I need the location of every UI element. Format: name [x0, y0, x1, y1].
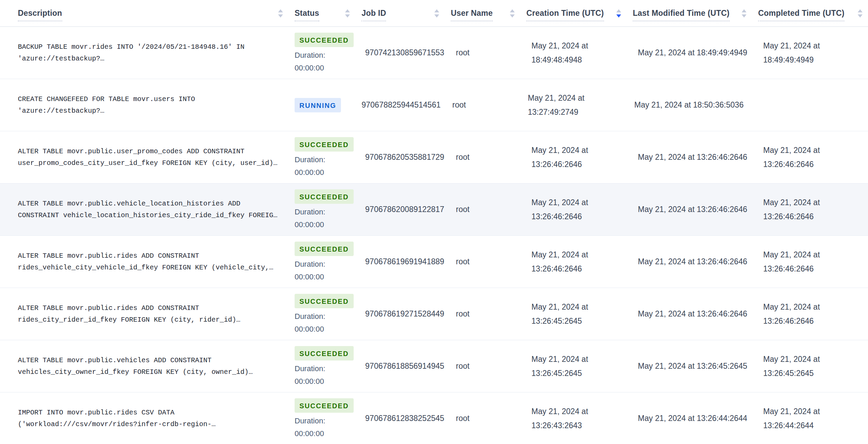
sort-descending-icon[interactable]: [278, 14, 283, 18]
job-description[interactable]: BACKUP TABLE movr.rides INTO '/2024/05/2…: [18, 41, 283, 65]
job-id-cell: 970678825944514561: [355, 79, 446, 131]
completed-time-cell: May 21, 2024 at 13:26:46:2646: [757, 131, 868, 183]
column-header[interactable]: Creation Time (UTC): [520, 0, 627, 26]
duration-block: Duration: 00:00:00: [295, 312, 325, 334]
creation-time-cell: May 21, 2024 at 13:26:45:2645: [525, 288, 632, 340]
sort-arrows-icon[interactable]: [510, 9, 515, 18]
job-description[interactable]: ALTER TABLE movr.public.rides ADD CONSTR…: [18, 302, 283, 326]
column-header-label[interactable]: Creation Time (UTC): [526, 9, 604, 22]
column-header-label[interactable]: Last Modified Time (UTC): [633, 9, 730, 22]
sort-ascending-icon[interactable]: [616, 9, 621, 12]
table-row[interactable]: ALTER TABLE movr.public.rides ADD CONSTR…: [0, 288, 868, 340]
sort-ascending-icon[interactable]: [742, 9, 746, 12]
duration-block: Duration: 00:00:00: [295, 51, 325, 73]
sort-ascending-icon[interactable]: [434, 9, 439, 12]
table-row[interactable]: ALTER TABLE movr.public.vehicles ADD CON…: [0, 340, 868, 392]
table-row[interactable]: ALTER TABLE movr.public.vehicle_location…: [0, 184, 868, 236]
column-header[interactable]: Job ID: [355, 0, 445, 26]
job-description-cell[interactable]: BACKUP TABLE movr.rides INTO '/2024/05/2…: [0, 27, 288, 79]
job-id-cell: 970678618856914945: [359, 340, 450, 392]
sort-arrows-icon[interactable]: [278, 9, 283, 18]
duration-block: Duration: 00:00:00: [295, 207, 325, 230]
job-description[interactable]: ALTER TABLE movr.public.vehicles ADD CON…: [18, 355, 283, 378]
sort-arrows-icon[interactable]: [742, 9, 746, 18]
sort-descending-icon[interactable]: [510, 14, 515, 18]
duration-block: Duration: 00:00:00: [295, 259, 325, 282]
column-header-label[interactable]: Job ID: [362, 9, 386, 22]
job-id-value: 970678620535881729: [365, 150, 444, 164]
table-row[interactable]: ALTER TABLE movr.public.rides ADD CONSTR…: [0, 236, 868, 288]
job-id-cell: 970742130859671553: [359, 27, 450, 79]
status-badge: SUCCEEDED: [295, 294, 354, 308]
job-description-cell[interactable]: ALTER TABLE movr.public.vehicles ADD CON…: [0, 340, 288, 392]
user-name-value: root: [456, 46, 470, 59]
job-description-cell[interactable]: ALTER TABLE movr.public.rides ADD CONSTR…: [0, 236, 288, 288]
user-name-cell: root: [450, 392, 525, 444]
job-description[interactable]: ALTER TABLE movr.public.vehicle_location…: [18, 198, 283, 221]
column-header-label[interactable]: Status: [295, 9, 319, 22]
user-name-value: root: [452, 98, 466, 112]
job-description-cell[interactable]: IMPORT INTO movr.public.rides CSV DATA (…: [0, 392, 288, 444]
table-row[interactable]: BACKUP TABLE movr.rides INTO '/2024/05/2…: [0, 27, 868, 79]
completed-time-cell: May 21, 2024 at 18:49:49:4949: [757, 27, 868, 79]
sort-ascending-icon[interactable]: [345, 9, 350, 12]
user-name-value: root: [456, 202, 470, 216]
last-modified-time-cell: May 21, 2024 at 18:49:49:4949: [632, 27, 757, 79]
sort-descending-icon[interactable]: [742, 14, 746, 18]
sort-arrows-icon[interactable]: [434, 9, 439, 18]
sort-ascending-icon[interactable]: [858, 9, 863, 12]
creation-time-cell: May 21, 2024 at 13:26:46:2646: [525, 236, 632, 288]
column-header[interactable]: Last Modified Time (UTC): [627, 0, 752, 26]
table-row[interactable]: CREATE CHANGEFEED FOR TABLE movr.users I…: [0, 79, 868, 131]
job-description-cell[interactable]: ALTER TABLE movr.public.user_promo_codes…: [0, 131, 288, 183]
user-name-cell: root: [450, 27, 525, 79]
job-description-cell[interactable]: ALTER TABLE movr.public.rides ADD CONSTR…: [0, 288, 288, 340]
column-header-label[interactable]: User Name: [451, 9, 493, 22]
duration-value: 00:00:00: [295, 324, 325, 334]
sort-descending-icon[interactable]: [345, 14, 350, 18]
column-header[interactable]: User Name: [445, 0, 520, 26]
sort-arrows-icon[interactable]: [345, 9, 350, 18]
table-row[interactable]: IMPORT INTO movr.public.rides CSV DATA (…: [0, 392, 868, 444]
job-description[interactable]: ALTER TABLE movr.public.user_promo_codes…: [18, 146, 283, 169]
sort-descending-icon[interactable]: [858, 14, 863, 18]
duration-value: 00:00:00: [295, 429, 325, 439]
completed-time-cell: May 21, 2024 at 13:26:44:2644: [757, 392, 868, 444]
job-id-cell: 970678619271528449: [359, 288, 450, 340]
column-header[interactable]: Description: [0, 0, 288, 26]
last-modified-time-cell: May 21, 2024 at 18:50:36:5036: [628, 79, 753, 131]
duration-label: Duration:: [295, 364, 325, 374]
sort-descending-icon[interactable]: [434, 14, 439, 18]
column-header-label[interactable]: Completed Time (UTC): [758, 9, 844, 22]
column-header-label[interactable]: Description: [18, 9, 62, 22]
last-modified-time-value: May 21, 2024 at 13:26:46:2646: [638, 307, 747, 321]
sort-arrows-icon[interactable]: [858, 9, 863, 18]
job-description[interactable]: CREATE CHANGEFEED FOR TABLE movr.users I…: [18, 93, 283, 117]
sort-ascending-icon[interactable]: [510, 9, 515, 12]
job-status-cell: SUCCEEDED Duration: 00:00:00: [288, 392, 359, 444]
job-status-cell: SUCCEEDED Duration: 00:00:00: [288, 131, 359, 183]
job-description[interactable]: IMPORT INTO movr.public.rides CSV DATA (…: [18, 407, 283, 430]
job-status-cell: SUCCEEDED Duration: 00:00:00: [288, 340, 359, 392]
job-description-cell[interactable]: ALTER TABLE movr.public.vehicle_location…: [0, 184, 288, 235]
jobs-table-header: Description Status Job ID User Name Crea…: [0, 0, 868, 27]
last-modified-time-cell: May 21, 2024 at 13:26:45:2645: [632, 340, 757, 392]
column-header[interactable]: Completed Time (UTC): [752, 0, 868, 26]
job-status-cell: SUCCEEDED Duration: 00:00:00: [288, 184, 359, 235]
sort-descending-icon[interactable]: [616, 14, 621, 18]
duration-value: 00:00:00: [295, 168, 325, 178]
last-modified-time-value: May 21, 2024 at 13:26:45:2645: [638, 359, 747, 373]
completed-time-value: May 21, 2024 at 13:26:46:2646: [763, 300, 859, 328]
sort-arrows-icon[interactable]: [616, 9, 621, 18]
table-row[interactable]: ALTER TABLE movr.public.user_promo_codes…: [0, 131, 868, 184]
jobs-table: Description Status Job ID User Name Crea…: [0, 0, 868, 444]
job-status-cell: SUCCEEDED Duration: 00:00:00: [288, 288, 359, 340]
user-name-value: root: [456, 359, 470, 373]
sort-ascending-icon[interactable]: [278, 9, 283, 12]
column-header[interactable]: Status: [288, 0, 355, 26]
completed-time-value: May 21, 2024 at 13:26:44:2644: [763, 404, 859, 432]
job-description[interactable]: ALTER TABLE movr.public.rides ADD CONSTR…: [18, 250, 283, 274]
last-modified-time-value: May 21, 2024 at 13:26:46:2646: [638, 150, 747, 164]
job-description-cell[interactable]: CREATE CHANGEFEED FOR TABLE movr.users I…: [0, 79, 288, 131]
job-id-value: 970678619691941889: [365, 255, 444, 268]
